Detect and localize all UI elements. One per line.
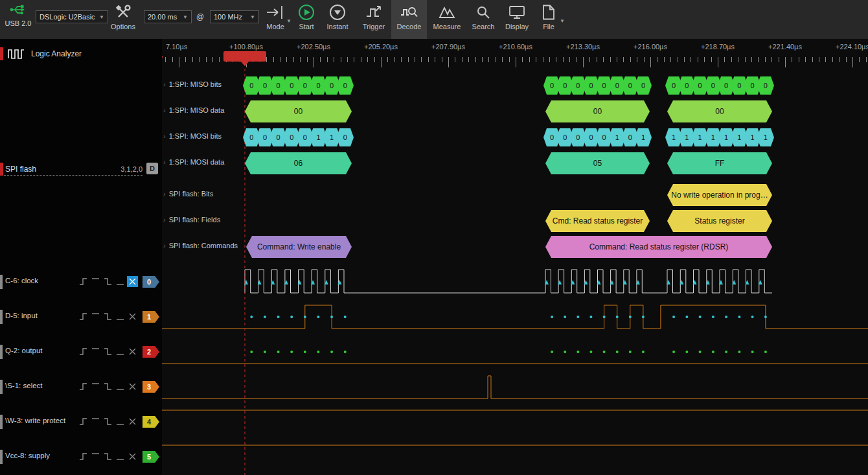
decode-annotation[interactable]: 1: [635, 128, 652, 146]
decoder-row[interactable]: SPI flash 3,1,2,0 D: [0, 162, 162, 178]
row-collapse-icon[interactable]: ›: [163, 158, 166, 166]
decode-annotation[interactable]: 0: [336, 128, 354, 146]
decode-annotation[interactable]: Cmd: Read status register: [545, 210, 650, 232]
decode-row-label[interactable]: ›1:SPI: MISO bits: [162, 80, 247, 91]
decoder-badge[interactable]: D: [146, 163, 158, 174]
low-level-trigger-icon[interactable]: [115, 451, 126, 462]
usb-version-label: USB 2.0: [5, 19, 32, 27]
search-button[interactable]: Search: [466, 1, 500, 39]
file-button[interactable]: File ▼: [532, 1, 565, 39]
row-collapse-icon[interactable]: ›: [163, 106, 166, 114]
decode-annotation[interactable]: Command: Write enable: [246, 236, 352, 258]
row-collapse-icon[interactable]: ›: [163, 242, 166, 249]
decode-annotation[interactable]: 00: [245, 100, 352, 122]
decode-annotation[interactable]: 06: [245, 152, 352, 174]
any-edge-trigger-icon[interactable]: [127, 416, 138, 427]
high-level-trigger-icon[interactable]: [90, 451, 101, 462]
rising-edge-trigger-icon[interactable]: [78, 416, 89, 427]
device-select[interactable]: DSLogic U2Basic ▼: [36, 10, 108, 23]
decode-annotation[interactable]: No write operation in prog…: [667, 184, 772, 206]
display-button[interactable]: Display: [500, 1, 534, 39]
mode-button[interactable]: Mode ▼: [258, 1, 292, 39]
falling-edge-trigger-icon[interactable]: [102, 311, 113, 322]
channel-index-badge[interactable]: 1: [143, 311, 159, 323]
row-collapse-icon[interactable]: ›: [163, 132, 166, 140]
sample-duration-select[interactable]: 20.00 ms ▼: [144, 10, 192, 23]
falling-edge-trigger-icon[interactable]: [102, 451, 113, 462]
high-level-trigger-icon[interactable]: [90, 276, 101, 287]
row-collapse-icon[interactable]: ›: [163, 190, 166, 198]
channel-index-badge[interactable]: 2: [143, 346, 159, 358]
trigger-flag[interactable]: [223, 51, 266, 62]
device-row[interactable]: Logic Analyzer: [0, 47, 162, 62]
rising-edge-trigger-icon[interactable]: [78, 276, 89, 287]
decode-annotation[interactable]: 05: [545, 152, 650, 174]
channel-grab-handle[interactable]: [0, 275, 3, 289]
falling-edge-trigger-icon[interactable]: [102, 346, 113, 357]
channel-row[interactable]: Vcc-8: supply5: [0, 449, 162, 465]
options-button[interactable]: Options: [105, 1, 141, 39]
low-level-trigger-icon[interactable]: [115, 416, 126, 427]
any-edge-trigger-icon[interactable]: [127, 451, 138, 462]
decode-annotation[interactable]: 0: [336, 76, 354, 95]
decode-annotation[interactable]: FF: [667, 152, 772, 174]
channel-index-badge[interactable]: 0: [143, 276, 159, 288]
low-level-trigger-icon[interactable]: [115, 381, 126, 392]
falling-edge-trigger-icon[interactable]: [102, 276, 113, 287]
falling-edge-trigger-icon[interactable]: [102, 381, 113, 392]
high-level-trigger-icon[interactable]: [90, 346, 101, 357]
channel-row[interactable]: D-5: input1: [0, 309, 162, 325]
low-level-trigger-icon[interactable]: [115, 311, 126, 322]
trigger-button[interactable]: Trigger: [357, 1, 391, 39]
falling-edge-trigger-icon[interactable]: [102, 416, 113, 427]
decode-row-label[interactable]: ›SPI flash: Bits: [162, 190, 247, 200]
any-edge-trigger-icon[interactable]: [127, 311, 138, 322]
rising-edge-trigger-icon[interactable]: [78, 451, 89, 462]
decode-button[interactable]: Decode: [391, 0, 427, 39]
row-collapse-icon[interactable]: ›: [163, 216, 166, 224]
low-level-trigger-icon[interactable]: [115, 346, 126, 357]
rising-edge-trigger-icon[interactable]: [78, 381, 89, 392]
sample-rate-select[interactable]: 100 MHz ▼: [210, 10, 259, 23]
channel-row[interactable]: \S-1: select3: [0, 379, 162, 395]
channel-row[interactable]: C-6: clock0: [0, 274, 162, 290]
channel-grab-handle[interactable]: [0, 415, 3, 429]
decode-row-label[interactable]: ›SPI flash: Fields: [162, 216, 247, 226]
high-level-trigger-icon[interactable]: [90, 381, 101, 392]
rising-edge-trigger-icon[interactable]: [78, 346, 89, 357]
any-edge-trigger-icon[interactable]: [127, 381, 138, 392]
row-collapse-icon[interactable]: ›: [163, 80, 166, 88]
channel-index-badge[interactable]: 5: [143, 451, 159, 463]
low-level-trigger-icon[interactable]: [115, 276, 126, 287]
any-edge-trigger-icon[interactable]: [127, 276, 138, 287]
decode-annotation[interactable]: 1: [757, 128, 774, 146]
any-edge-trigger-icon[interactable]: [127, 346, 138, 357]
decode-annotation[interactable]: Command: Read status register (RDSR): [545, 236, 772, 258]
high-level-trigger-icon[interactable]: [90, 416, 101, 427]
channel-row[interactable]: Q-2: output2: [0, 344, 162, 360]
channel-row[interactable]: \W-3: write protect4: [0, 414, 162, 430]
decode-row-label[interactable]: ›1:SPI: MISO data: [162, 106, 247, 117]
channel-grab-handle[interactable]: [0, 380, 3, 394]
rising-edge-trigger-icon[interactable]: [78, 311, 89, 322]
channel-grab-handle[interactable]: [0, 310, 3, 324]
decode-row-label[interactable]: ›1:SPI: MOSI data: [162, 158, 247, 168]
instant-button[interactable]: Instant: [321, 1, 354, 39]
channel-grab-handle[interactable]: [0, 345, 3, 359]
sample-dot: [712, 351, 714, 353]
decode-row-label[interactable]: ›1:SPI: MOSI bits: [162, 132, 247, 143]
decode-annotation[interactable]: 00: [545, 100, 650, 122]
decoder-color-tab[interactable]: [0, 163, 3, 176]
decode-annotation[interactable]: 0: [757, 76, 774, 95]
channel-grab-handle[interactable]: [0, 450, 3, 464]
measure-button[interactable]: Measure: [430, 1, 464, 39]
device-color-tab[interactable]: [0, 47, 3, 60]
channel-index-badge[interactable]: 3: [143, 381, 159, 393]
high-level-trigger-icon[interactable]: [90, 311, 101, 322]
decode-annotation[interactable]: Status register: [667, 210, 772, 232]
decode-annotation[interactable]: 0: [635, 76, 652, 95]
decode-annotation[interactable]: 00: [667, 100, 772, 122]
channel-index-badge[interactable]: 4: [143, 416, 159, 428]
start-button[interactable]: Start: [290, 1, 323, 39]
decode-row-label[interactable]: ›SPI flash: Commands: [162, 242, 247, 252]
